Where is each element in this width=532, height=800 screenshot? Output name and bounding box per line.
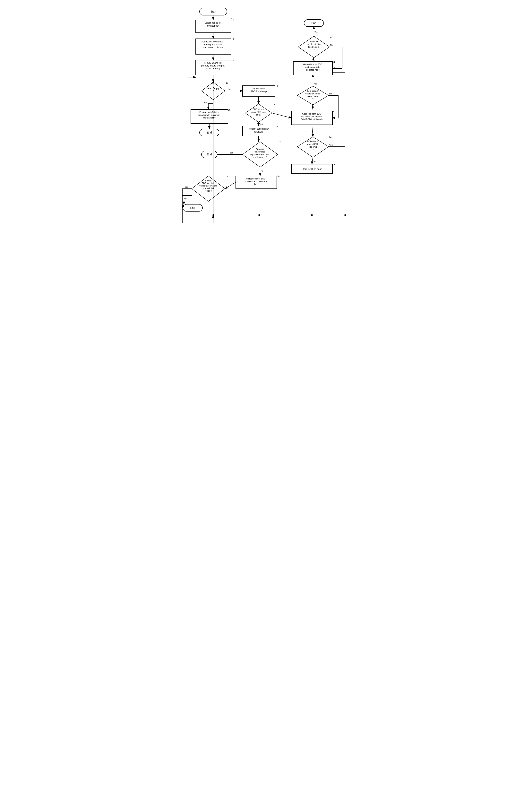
node-17-num: 17 [278, 141, 281, 144]
node-10-tick: ⌒ [230, 18, 233, 21]
svg-point-48 [259, 214, 260, 216]
node-20-label: Get node from BDD and select fanout node… [300, 113, 323, 120]
arrow-24-yes: Yes [329, 144, 332, 146]
svg-line-15 [225, 182, 236, 188]
arrow-15-no: No [273, 110, 276, 113]
node-24-num: 24 [329, 136, 331, 138]
node-12-num: 12 [232, 59, 234, 62]
arrow-19-yes: Yes [185, 186, 188, 188]
end2-label: End [207, 131, 212, 134]
arrow-17-no: No [261, 170, 264, 172]
node-15-num: 15 [272, 103, 275, 106]
end3-label: End [190, 206, 195, 209]
svg-line-28 [313, 58, 314, 61]
arrow-13-no: No [228, 88, 231, 90]
node-23-num: 23 [330, 36, 332, 38]
node-25-num: 25 [333, 164, 335, 166]
node-26-num: 26 [228, 109, 230, 111]
node-20-num: 20 [333, 110, 335, 113]
node-16-num: 16 [276, 125, 278, 128]
flowchart: Start Select nodes for comparison 10 ⌒ C… [178, 4, 354, 278]
arrow-23-no: No [330, 44, 333, 46]
arrow-19-no: No [184, 198, 187, 200]
end-17yes-label: End [207, 153, 212, 156]
node-25-label: Store BDD on heap [302, 168, 322, 170]
node-11-label: Construct combined circuit graph for fir… [203, 40, 224, 49]
end1-label: End [311, 21, 317, 25]
arrow-13-yes: Yes [204, 101, 207, 103]
node-11-num: 11 [232, 38, 234, 40]
node-19-num: 19 [226, 175, 228, 178]
arrow-24-no: No [314, 160, 316, 162]
svg-line-9 [272, 113, 291, 118]
svg-line-38 [312, 157, 313, 164]
svg-line-33 [312, 125, 313, 136]
node-14-num: 14 [276, 85, 278, 87]
arrow-23-yes: Yes [315, 31, 318, 33]
arrow-15-yes: Yes [259, 123, 263, 125]
node-21-num: 21 [329, 86, 331, 88]
node-13-num: 13 [226, 82, 228, 84]
node-22-num: 22 [333, 61, 335, 63]
node-14-label: Get smallest BDD from heap [250, 87, 267, 93]
arrow-17-yes: Yes [230, 151, 233, 154]
arrow-21-yes: Yes [314, 82, 317, 85]
svg-line-23 [312, 105, 313, 111]
node-18-num: 18 [277, 175, 280, 178]
svg-point-37 [344, 214, 346, 216]
svg-point-41 [311, 214, 313, 216]
start-label: Start [210, 10, 216, 13]
arrow-21-no: No [329, 92, 332, 95]
